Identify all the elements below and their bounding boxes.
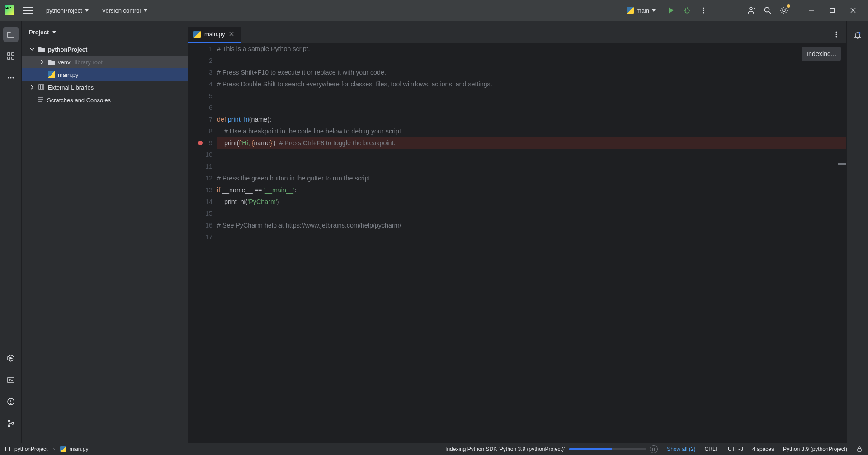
breakpoint-marker[interactable] (198, 141, 203, 145)
project-tool-button[interactable] (3, 27, 19, 42)
run-config-label: main (637, 7, 649, 14)
problems-tool-button[interactable] (3, 394, 19, 409)
settings-button[interactable] (776, 2, 792, 19)
editor-gutter[interactable]: 1234567891011121314151617 (188, 43, 216, 443)
pycharm-logo-icon (5, 5, 14, 15)
code-content[interactable]: # This is a sample Python script.# Press… (216, 43, 846, 443)
main-menu-icon[interactable] (23, 5, 33, 16)
error-stripe-mark[interactable] (838, 163, 846, 165)
maximize-button[interactable] (822, 2, 843, 19)
more-tools-button[interactable] (3, 70, 19, 85)
svg-rect-48 (858, 449, 861, 451)
svg-rect-38 (42, 85, 44, 89)
svg-point-6 (703, 8, 704, 9)
svg-point-35 (12, 422, 14, 424)
svg-rect-19 (8, 53, 10, 55)
tree-root-project[interactable]: pythonProject (22, 43, 188, 56)
chevron-right-icon (29, 85, 35, 90)
services-tool-button[interactable] (3, 351, 19, 366)
svg-line-5 (688, 9, 689, 9)
chevron-right-icon: › (53, 446, 55, 452)
svg-point-44 (836, 32, 837, 33)
status-bar: pythonProject › main.py Indexing Python … (0, 443, 868, 455)
left-tool-strip (0, 21, 22, 443)
notifications-button[interactable] (850, 28, 865, 43)
python-icon (48, 71, 55, 78)
svg-point-14 (783, 9, 785, 12)
tree-venv-folder[interactable]: venv library root (22, 56, 188, 68)
project-dropdown[interactable]: pythonProject (46, 7, 89, 14)
more-actions-button[interactable] (695, 2, 712, 19)
readonly-toggle[interactable] (856, 446, 863, 452)
svg-rect-36 (39, 85, 40, 89)
tree-external-label: External Libraries (48, 84, 94, 91)
structure-tool-button[interactable] (3, 48, 19, 64)
svg-rect-37 (41, 85, 42, 89)
interpreter-widget[interactable]: Python 3.9 (pythonProject) (783, 446, 847, 452)
tree-venv-hint: library root (75, 59, 102, 66)
crumb-project: pythonProject (14, 446, 47, 452)
editor-tabs: main.py (188, 21, 846, 43)
project-name-label: pythonProject (46, 7, 82, 14)
svg-point-7 (703, 10, 704, 11)
run-configuration-dropdown[interactable]: main (627, 7, 656, 14)
run-button[interactable] (663, 2, 679, 19)
svg-point-24 (10, 77, 11, 79)
tree-venv-label: venv (58, 59, 70, 66)
code-editor[interactable]: Indexing... 1234567891011121314151617 # … (188, 43, 846, 443)
svg-point-34 (8, 425, 10, 427)
project-icon (5, 447, 10, 451)
search-everywhere-button[interactable] (760, 2, 776, 19)
tree-scratches-label: Scratches and Consoles (47, 97, 111, 104)
pause-indexing-button[interactable] (650, 445, 658, 453)
vcs-dropdown[interactable]: Version control (102, 7, 147, 14)
show-all-tasks-button[interactable]: Show all (2) (667, 446, 695, 452)
vcs-label: Version control (102, 7, 141, 14)
line-separator-widget[interactable]: CRLF (705, 446, 719, 452)
svg-rect-21 (8, 57, 10, 59)
tree-main-file[interactable]: main.py (22, 68, 188, 81)
project-tree: pythonProject venv library root main.py … (22, 43, 188, 443)
terminal-tool-button[interactable] (3, 372, 19, 388)
editor-tabs-menu[interactable] (828, 26, 844, 43)
tab-label: main.py (204, 31, 225, 38)
title-bar: pythonProject Version control main (0, 0, 868, 21)
indexing-status: Indexing Python SDK 'Python 3.9 (pythonP… (445, 446, 565, 452)
chevron-right-icon (39, 60, 45, 64)
svg-line-13 (769, 12, 771, 14)
close-button[interactable] (843, 2, 863, 19)
chevron-down-icon (52, 31, 56, 33)
tree-external-libraries[interactable]: External Libraries (22, 81, 188, 94)
indent-widget[interactable]: 4 spaces (752, 446, 774, 452)
svg-point-33 (8, 420, 10, 422)
svg-point-46 (836, 36, 837, 38)
chevron-down-icon (29, 47, 35, 52)
library-icon (38, 84, 45, 91)
code-with-me-button[interactable] (743, 2, 760, 19)
svg-point-9 (750, 7, 752, 10)
close-tab-button[interactable] (229, 31, 235, 38)
svg-point-25 (12, 77, 14, 79)
minimize-button[interactable] (801, 2, 822, 19)
tree-main-file-label: main.py (58, 71, 79, 78)
chevron-down-icon (85, 9, 89, 12)
indexing-badge: Indexing... (802, 47, 841, 61)
debug-button[interactable] (679, 2, 695, 19)
svg-marker-27 (10, 357, 12, 359)
svg-point-32 (10, 403, 11, 404)
breadcrumb[interactable]: pythonProject › main.py (5, 446, 88, 452)
python-icon (60, 446, 66, 452)
svg-line-4 (685, 9, 686, 9)
project-tool-header[interactable]: Project (22, 21, 188, 43)
editor-tab-main[interactable]: main.py (188, 27, 241, 43)
encoding-widget[interactable]: UTF-8 (728, 446, 743, 452)
tree-scratches[interactable]: Scratches and Consoles (22, 94, 188, 106)
vcs-tool-button[interactable] (3, 416, 19, 431)
scratches-icon (37, 96, 44, 104)
project-sidebar: Project pythonProject venv library root … (22, 21, 188, 443)
svg-point-8 (703, 12, 704, 14)
svg-point-23 (8, 77, 9, 79)
folder-icon (48, 59, 55, 65)
python-icon (193, 31, 201, 38)
svg-rect-16 (830, 9, 835, 13)
